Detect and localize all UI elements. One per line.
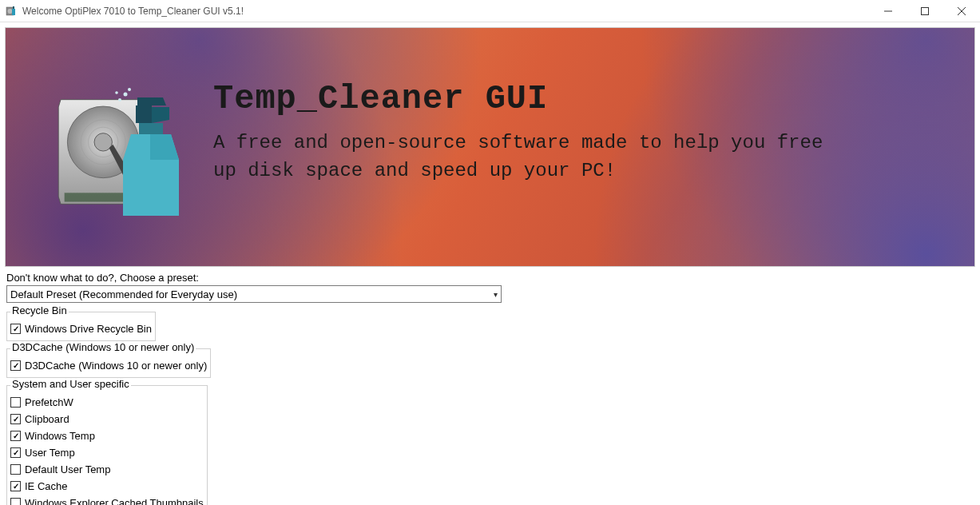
checkbox[interactable] [10, 397, 21, 408]
app-logo-icon [54, 80, 181, 224]
checkbox-label: Windows Explorer Cached Thumbnails [25, 497, 204, 505]
checkbox-row: User Temp [10, 444, 204, 461]
checkbox-label: Windows Drive Recycle Bin [25, 323, 152, 335]
window-title: Welcome OptiPlex 7010 to Temp_Cleaner GU… [22, 6, 870, 17]
banner-title: Temp_Cleaner GUI [213, 80, 852, 118]
checkbox-label: Windows Temp [25, 430, 95, 442]
checkbox-row: Windows Drive Recycle Bin [10, 320, 152, 337]
checkbox[interactable] [10, 464, 21, 475]
maximize-button[interactable] [907, 0, 943, 22]
minimize-button[interactable] [870, 0, 907, 22]
checkbox-row: Windows Temp [10, 427, 204, 444]
option-group: Recycle BinWindows Drive Recycle Bin [6, 306, 156, 341]
svg-point-17 [124, 93, 128, 97]
checkbox-label: PrefetchW [25, 396, 73, 408]
checkbox-label: D3DCache (Windows 10 or newer only) [25, 360, 207, 372]
hero-banner: Temp_Cleaner GUI A free and open-source … [5, 27, 975, 267]
checkbox-row: Clipboard [10, 411, 204, 427]
svg-point-20 [115, 91, 118, 94]
checkbox[interactable] [10, 447, 21, 458]
checkbox-label: Default User Temp [25, 463, 110, 475]
checkbox-row: IE Cache [10, 478, 204, 495]
group-legend: System and User specific [10, 378, 131, 390]
checkbox[interactable] [10, 431, 21, 441]
svg-point-1 [8, 9, 13, 14]
option-group: D3DCache (Windows 10 or newer only)D3DCa… [6, 343, 211, 378]
option-group: System and User specificPrefetchWClipboa… [6, 380, 208, 505]
close-button[interactable] [943, 0, 980, 22]
svg-point-19 [128, 88, 131, 91]
checkbox-row: Default User Temp [10, 461, 204, 478]
checkbox-label: IE Cache [25, 480, 67, 492]
preset-dropdown[interactable]: Default Preset (Recommended for Everyday… [6, 285, 502, 303]
svg-rect-2 [12, 9, 15, 15]
window-titlebar: Welcome OptiPlex 7010 to Temp_Cleaner GU… [0, 0, 980, 22]
banner-subtitle: A free and open-source software made to … [213, 129, 852, 185]
checkbox-row: D3DCache (Windows 10 or newer only) [10, 357, 207, 374]
chevron-down-icon: ▾ [494, 290, 498, 299]
svg-rect-5 [922, 7, 929, 14]
svg-rect-16 [139, 123, 163, 134]
checkbox[interactable] [10, 498, 21, 505]
checkbox[interactable] [10, 324, 21, 334]
group-legend: D3DCache (Windows 10 or newer only) [10, 341, 196, 353]
preset-selected-value: Default Preset (Recommended for Everyday… [10, 288, 237, 300]
checkbox-row: Windows Explorer Cached Thumbnails [10, 495, 204, 505]
checkbox-label: User Temp [25, 447, 75, 459]
window-controls [870, 0, 980, 22]
checkbox[interactable] [10, 481, 21, 491]
svg-rect-3 [13, 6, 14, 9]
app-icon [5, 5, 18, 18]
main-content: Don't know what to do?, Choose a preset:… [0, 272, 980, 505]
checkbox-label: Clipboard [25, 413, 69, 425]
svg-rect-15 [136, 105, 152, 123]
checkbox[interactable] [10, 360, 21, 371]
preset-prompt-label: Don't know what to do?, Choose a preset: [6, 272, 974, 284]
checkbox[interactable] [10, 414, 21, 424]
group-legend: Recycle Bin [10, 304, 69, 316]
checkbox-row: PrefetchW [10, 394, 204, 411]
svg-point-18 [118, 98, 121, 101]
